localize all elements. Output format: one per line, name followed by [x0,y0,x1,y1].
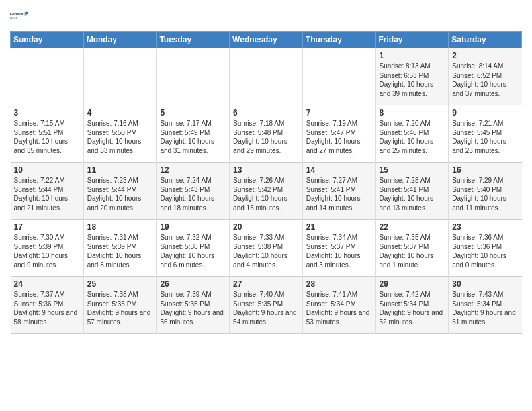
day-number: 9 [452,108,518,118]
calendar-cell: 6Sunrise: 7:18 AM Sunset: 5:48 PM Daylig… [230,105,303,163]
calendar-cell: 23Sunrise: 7:36 AM Sunset: 5:36 PM Dayli… [449,220,522,277]
day-info: Sunrise: 7:19 AM Sunset: 5:47 PM Dayligh… [306,119,372,155]
day-number: 27 [233,279,299,289]
day-number: 29 [380,279,445,289]
day-number: 21 [306,222,372,232]
calendar-cell: 20Sunrise: 7:33 AM Sunset: 5:38 PM Dayli… [230,220,303,277]
day-number: 10 [14,165,80,175]
calendar-cell: 18Sunrise: 7:31 AM Sunset: 5:39 PM Dayli… [83,220,157,277]
day-info: Sunrise: 7:15 AM Sunset: 5:51 PM Dayligh… [14,119,80,155]
calendar-cell: 30Sunrise: 7:43 AM Sunset: 5:34 PM Dayli… [449,277,522,334]
weekday-label: Sunday [11,32,84,48]
day-number: 3 [14,108,80,118]
calendar-cell: 13Sunrise: 7:26 AM Sunset: 5:42 PM Dayli… [230,163,303,220]
day-info: Sunrise: 7:29 AM Sunset: 5:40 PM Dayligh… [452,176,518,212]
day-info: Sunrise: 7:35 AM Sunset: 5:37 PM Dayligh… [380,233,445,269]
calendar-cell: 15Sunrise: 7:28 AM Sunset: 5:41 PM Dayli… [375,163,449,220]
calendar-cell: 12Sunrise: 7:24 AM Sunset: 5:43 PM Dayli… [157,163,230,220]
calendar-cell: 29Sunrise: 7:42 AM Sunset: 5:34 PM Dayli… [375,277,449,334]
calendar-cell: 14Sunrise: 7:27 AM Sunset: 5:41 PM Dayli… [302,163,375,220]
calendar-cell: 25Sunrise: 7:38 AM Sunset: 5:35 PM Dayli… [83,277,157,334]
calendar-cell: 1Sunrise: 8:13 AM Sunset: 6:53 PM Daylig… [375,48,449,105]
calendar-cell: 28Sunrise: 7:41 AM Sunset: 5:34 PM Dayli… [302,277,375,334]
calendar-cell: 19Sunrise: 7:32 AM Sunset: 5:38 PM Dayli… [157,220,230,277]
day-info: Sunrise: 7:17 AM Sunset: 5:49 PM Dayligh… [160,119,226,155]
weekday-label: Saturday [449,32,522,48]
day-number: 15 [380,165,445,175]
day-number: 11 [87,165,153,175]
calendar-cell: 2Sunrise: 8:14 AM Sunset: 6:52 PM Daylig… [449,48,522,105]
day-number: 1 [380,51,445,60]
day-info: Sunrise: 7:27 AM Sunset: 5:41 PM Dayligh… [306,176,372,212]
svg-text:Blue: Blue [10,16,17,20]
day-number: 16 [452,165,518,175]
day-number: 18 [87,222,153,232]
calendar-cell: 4Sunrise: 7:16 AM Sunset: 5:50 PM Daylig… [83,105,157,163]
weekday-label: Thursday [302,32,375,48]
day-number: 13 [233,165,299,175]
weekday-label: Monday [83,32,157,48]
logo: GeneralBlue [10,7,29,26]
day-number: 7 [306,108,372,118]
day-info: Sunrise: 7:39 AM Sunset: 5:35 PM Dayligh… [160,290,226,326]
day-info: Sunrise: 7:40 AM Sunset: 5:35 PM Dayligh… [233,290,299,326]
day-info: Sunrise: 7:21 AM Sunset: 5:45 PM Dayligh… [452,119,518,155]
calendar-cell: 3Sunrise: 7:15 AM Sunset: 5:51 PM Daylig… [11,105,84,163]
calendar-cell: 5Sunrise: 7:17 AM Sunset: 5:49 PM Daylig… [157,105,230,163]
calendar-week-row: 1Sunrise: 8:13 AM Sunset: 6:53 PM Daylig… [11,48,522,105]
calendar-cell: 26Sunrise: 7:39 AM Sunset: 5:35 PM Dayli… [157,277,230,334]
day-info: Sunrise: 7:24 AM Sunset: 5:43 PM Dayligh… [160,176,226,212]
weekday-label: Wednesday [230,32,303,48]
day-info: Sunrise: 7:16 AM Sunset: 5:50 PM Dayligh… [87,119,153,155]
weekday-label: Friday [375,32,449,48]
day-info: Sunrise: 8:13 AM Sunset: 6:53 PM Dayligh… [380,62,445,98]
day-info: Sunrise: 7:33 AM Sunset: 5:38 PM Dayligh… [233,233,299,269]
page-header: GeneralBlue [10,7,522,26]
weekday-header-row: SundayMondayTuesdayWednesdayThursdayFrid… [11,32,522,48]
day-info: Sunrise: 7:34 AM Sunset: 5:37 PM Dayligh… [306,233,372,269]
day-number: 12 [160,165,226,175]
day-info: Sunrise: 7:18 AM Sunset: 5:48 PM Dayligh… [233,119,299,155]
calendar-cell [230,48,303,105]
day-number: 22 [380,222,445,232]
day-info: Sunrise: 7:36 AM Sunset: 5:36 PM Dayligh… [452,233,518,269]
day-number: 28 [306,279,372,289]
day-number: 24 [14,279,80,289]
day-number: 2 [452,51,518,60]
day-number: 19 [160,222,226,232]
calendar-week-row: 3Sunrise: 7:15 AM Sunset: 5:51 PM Daylig… [11,105,522,163]
day-info: Sunrise: 7:20 AM Sunset: 5:46 PM Dayligh… [380,119,445,155]
day-number: 8 [380,108,445,118]
calendar-cell: 21Sunrise: 7:34 AM Sunset: 5:37 PM Dayli… [302,220,375,277]
calendar-week-row: 17Sunrise: 7:30 AM Sunset: 5:39 PM Dayli… [11,220,522,277]
day-info: Sunrise: 7:22 AM Sunset: 5:44 PM Dayligh… [14,176,80,212]
day-number: 14 [306,165,372,175]
day-info: Sunrise: 7:30 AM Sunset: 5:39 PM Dayligh… [14,233,80,269]
calendar-cell: 22Sunrise: 7:35 AM Sunset: 5:37 PM Dayli… [375,220,449,277]
day-number: 4 [87,108,153,118]
day-info: Sunrise: 7:38 AM Sunset: 5:35 PM Dayligh… [87,290,153,326]
day-number: 6 [233,108,299,118]
calendar-cell: 16Sunrise: 7:29 AM Sunset: 5:40 PM Dayli… [449,163,522,220]
calendar-cell [157,48,230,105]
day-info: Sunrise: 7:23 AM Sunset: 5:44 PM Dayligh… [87,176,153,212]
day-number: 26 [160,279,226,289]
day-number: 17 [14,222,80,232]
calendar-cell [302,48,375,105]
day-number: 20 [233,222,299,232]
day-number: 23 [452,222,518,232]
day-number: 5 [160,108,226,118]
calendar-week-row: 24Sunrise: 7:37 AM Sunset: 5:36 PM Dayli… [11,277,522,334]
calendar-cell [11,48,84,105]
calendar-table: SundayMondayTuesdayWednesdayThursdayFrid… [10,31,522,334]
day-info: Sunrise: 7:26 AM Sunset: 5:42 PM Dayligh… [233,176,299,212]
day-info: Sunrise: 8:14 AM Sunset: 6:52 PM Dayligh… [452,62,518,98]
calendar-cell: 9Sunrise: 7:21 AM Sunset: 5:45 PM Daylig… [449,105,522,163]
logo-icon: GeneralBlue [10,7,29,26]
calendar-cell: 24Sunrise: 7:37 AM Sunset: 5:36 PM Dayli… [11,277,84,334]
calendar-cell: 27Sunrise: 7:40 AM Sunset: 5:35 PM Dayli… [230,277,303,334]
calendar-week-row: 10Sunrise: 7:22 AM Sunset: 5:44 PM Dayli… [11,163,522,220]
day-info: Sunrise: 7:37 AM Sunset: 5:36 PM Dayligh… [14,290,80,326]
calendar-cell: 7Sunrise: 7:19 AM Sunset: 5:47 PM Daylig… [302,105,375,163]
calendar-cell: 11Sunrise: 7:23 AM Sunset: 5:44 PM Dayli… [83,163,157,220]
